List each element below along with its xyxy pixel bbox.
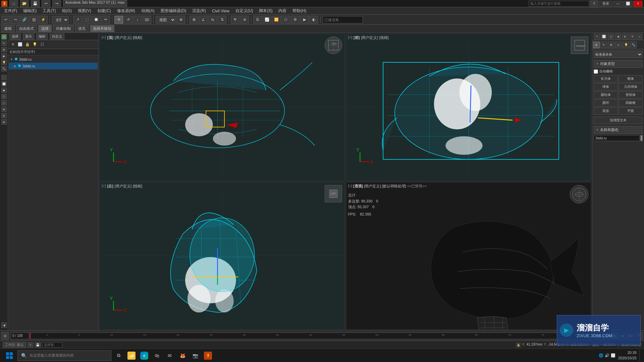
taskbar-store[interactable]: 🛍: [151, 350, 163, 362]
left-btn1[interactable]: ⬛: [1, 75, 7, 80]
mirror-btn[interactable]: ⧨: [231, 16, 239, 24]
lock-icon[interactable]: 🔒: [516, 343, 521, 347]
create-tab[interactable]: +: [1, 34, 7, 40]
material-editor-btn[interactable]: ⬡: [281, 16, 290, 24]
tree-item-1[interactable]: ▶ 3ddd.ru: [9, 63, 98, 69]
menu-content[interactable]: 内容: [276, 7, 289, 14]
display-tab-btn[interactable]: 显示: [23, 34, 34, 40]
left-btn3[interactable]: ◉: [1, 87, 7, 93]
menu-civil-view[interactable]: Civil View: [209, 8, 232, 14]
object-category-dropdown[interactable]: 标准基本体: [594, 51, 643, 58]
left-btn2[interactable]: ⬜: [1, 81, 7, 86]
workspace-bottom-label[interactable]: 工作区: 默认: [3, 342, 26, 348]
taskbar-camera[interactable]: 📷: [189, 350, 201, 362]
named-sel-input[interactable]: [323, 16, 363, 23]
menu-group[interactable]: 组(G): [59, 7, 74, 14]
menu-view[interactable]: 视图(V): [75, 7, 94, 14]
select-move-label[interactable]: 选择并移动: [90, 25, 114, 32]
redo-tb-btn[interactable]: ↪: [52, 0, 61, 8]
close-btn[interactable]: ✕: [633, 1, 643, 7]
menu-create[interactable]: 创建(C): [95, 7, 114, 14]
torus-btn[interactable]: 圆环: [594, 99, 618, 107]
plane-btn[interactable]: 平面: [619, 107, 643, 115]
restore-btn[interactable]: ⬜: [623, 1, 633, 7]
motion-tab[interactable]: ▶: [1, 53, 7, 59]
et-icon4[interactable]: 💡: [32, 41, 38, 48]
vp3-nav-cube[interactable]: LEFT: [325, 185, 342, 202]
taskbar-firefox[interactable]: 🦊: [176, 350, 189, 362]
align-btn[interactable]: ⊜: [240, 16, 249, 24]
rph-btn4[interactable]: ◈: [615, 34, 621, 40]
tree-item-0[interactable]: ▼ 3ddd.ru: [9, 56, 98, 63]
rp-tab-display[interactable]: 💡: [623, 42, 629, 48]
rp-tab-motion[interactable]: ▷: [615, 42, 622, 48]
modify-tab[interactable]: ✎: [1, 41, 7, 46]
taskbar-task-view[interactable]: ⧉: [113, 350, 125, 362]
left-btn5[interactable]: ◻: [1, 100, 7, 106]
minimize-btn[interactable]: —: [613, 1, 623, 7]
left-btn8[interactable]: ⊗: [1, 119, 7, 125]
name-color-header[interactable]: 名称和颜色: [594, 126, 643, 134]
angle-snap-btn[interactable]: ∠: [199, 16, 208, 24]
menu-file[interactable]: 文件(F): [1, 7, 20, 14]
new-btn[interactable]: □: [9, 0, 18, 8]
edit-workspace-btn[interactable]: ✎: [28, 342, 34, 348]
scale-type-btn[interactable]: 3D: [143, 16, 151, 24]
schematic-btn[interactable]: 🔀: [272, 16, 281, 24]
open-mini-curve-btn[interactable]: ◎: [1, 332, 9, 340]
rph-btn5[interactable]: ⊳: [622, 34, 629, 40]
rph-btn2[interactable]: ⬜: [601, 34, 607, 40]
spinner-snap-btn[interactable]: ⇅: [218, 16, 226, 24]
pivot-btn[interactable]: ⊕: [176, 16, 185, 24]
paint-sel-btn[interactable]: ✏: [101, 16, 110, 24]
color-swatch[interactable]: [640, 135, 643, 141]
menu-customize[interactable]: 自定义(U): [233, 7, 256, 14]
select-tab[interactable]: 选择: [9, 34, 21, 40]
taskbar-mail[interactable]: ✉: [164, 350, 176, 362]
redo-btn[interactable]: ↪: [11, 16, 19, 24]
undo-btn[interactable]: ↩: [1, 16, 10, 24]
autogrid-checkbox[interactable]: [594, 69, 598, 74]
rp-tab-create[interactable]: ⊕: [593, 42, 600, 48]
render-frame-btn[interactable]: ▶: [300, 16, 309, 24]
taskbar-3dsmax[interactable]: 3: [202, 350, 214, 362]
menu-modifier[interactable]: 修改器(M): [114, 7, 138, 14]
rp-tab-hierarchy[interactable]: ⚙: [608, 42, 614, 48]
left-btn4[interactable]: ☐: [1, 94, 7, 99]
workspace-dropdown[interactable]: Autodesk 3ds Max 2017 07 (1) .max: [63, 0, 127, 7]
select-move-btn[interactable]: ✛: [114, 16, 123, 24]
taskbar-edge[interactable]: e: [138, 350, 150, 362]
rph-btn7[interactable]: ⌂: [636, 34, 643, 40]
volume-icon[interactable]: 🔊: [605, 353, 609, 358]
taskbar-search[interactable]: 🔍 在这里输入你要搜索的内容: [17, 350, 111, 361]
search-input[interactable]: [529, 1, 589, 7]
left-btn6[interactable]: ⊕: [1, 107, 7, 112]
select-btn[interactable]: ↗: [73, 16, 82, 24]
rph-btn3[interactable]: ◻: [608, 34, 614, 40]
windows-start-btn[interactable]: [3, 350, 16, 361]
bind-btn[interactable]: ⚡: [39, 16, 48, 24]
object-type-header[interactable]: 对象类型: [594, 60, 643, 68]
timeline-track[interactable]: 05101520253035404550556065707580: [30, 333, 594, 339]
hierarchy-tab[interactable]: ⚙: [1, 47, 7, 52]
et-icon5[interactable]: ☐: [39, 41, 46, 48]
viewport-front[interactable]: [+] [前] [用户定义] [线框]: [346, 34, 592, 181]
lasso-btn[interactable]: 🔲: [92, 16, 101, 24]
rp-tab-utilities[interactable]: 🔧: [630, 42, 637, 48]
display-tab[interactable]: 💡: [1, 60, 7, 65]
show-desktop-btn[interactable]: [639, 350, 641, 362]
active-shade-btn[interactable]: ◐: [310, 16, 318, 24]
utilities-tab[interactable]: 🔧: [1, 66, 7, 71]
rph-add-btn[interactable]: +: [594, 34, 600, 40]
menu-help[interactable]: 帮助(H): [290, 7, 309, 14]
populate-btn[interactable]: 填充: [75, 25, 89, 32]
layer-btn[interactable]: ☰: [253, 16, 262, 24]
cone-btn[interactable]: 锥体: [619, 75, 643, 82]
freeform-btn[interactable]: 自由形式: [16, 25, 37, 32]
viewport-perspective[interactable]: [+] [透视] [用户定义] [默认明暗处理] <<已禁用>> 总计 多边形:…: [346, 182, 592, 330]
taskbar-clock[interactable]: 20:35 2020/10/25: [618, 350, 637, 361]
toggle-sidebar-btn[interactable]: ◀: [1, 322, 7, 328]
viewport-left[interactable]: [+] [左] [用户定义] [线框]: [99, 182, 345, 330]
et-icon1[interactable]: ✕: [9, 41, 16, 48]
teapot-btn[interactable]: 茶壶: [594, 107, 618, 115]
